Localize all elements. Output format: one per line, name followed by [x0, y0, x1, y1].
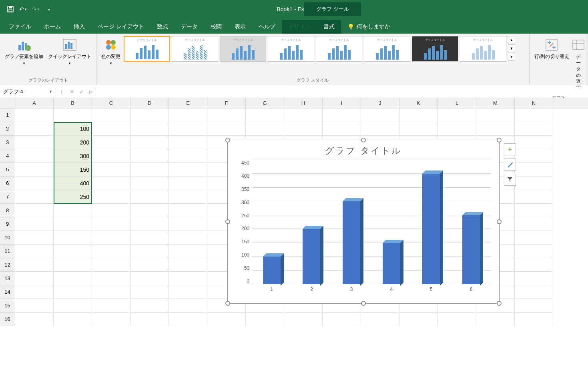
cell[interactable]	[130, 285, 169, 299]
tab-file[interactable]: ファイル	[2, 20, 38, 34]
column-header[interactable]: K	[399, 98, 438, 108]
column-header[interactable]: L	[438, 98, 476, 108]
cell[interactable]	[130, 122, 169, 136]
cell[interactable]: 400	[54, 176, 92, 190]
switch-row-col-button[interactable]: 行/列の切り替え	[533, 36, 571, 62]
cell[interactable]	[169, 245, 207, 258]
chart-styles-button[interactable]	[504, 158, 516, 170]
cell[interactable]	[15, 122, 54, 136]
cell[interactable]	[15, 149, 54, 163]
chart-style-thumb[interactable]: グラフ タイトル	[460, 36, 506, 62]
chart-style-thumb[interactable]: グラフ タイトル	[124, 36, 170, 62]
cell[interactable]	[130, 231, 169, 245]
resize-handle-bm[interactable]	[361, 301, 366, 306]
cell[interactable]	[438, 108, 476, 122]
select-all-corner[interactable]	[0, 98, 15, 108]
cell[interactable]	[15, 258, 54, 272]
cell[interactable]	[438, 122, 476, 136]
column-header[interactable]: B	[54, 98, 92, 108]
cell[interactable]	[399, 108, 438, 122]
chart-style-thumb[interactable]: グラフ タイトル	[412, 36, 458, 62]
tab-formulas[interactable]: 数式	[151, 20, 175, 34]
chart-title[interactable]: グラフ タイトル	[228, 140, 499, 160]
column-header[interactable]: H	[284, 98, 323, 108]
cell[interactable]	[361, 313, 399, 326]
cell[interactable]	[169, 108, 207, 122]
chart-style-thumb[interactable]: グラフ タイトル	[172, 36, 218, 62]
cell[interactable]	[92, 258, 130, 272]
chart-style-thumb[interactable]: グラフ タイトル	[364, 36, 410, 62]
cell[interactable]	[15, 272, 54, 285]
cell[interactable]: 200	[54, 136, 92, 149]
add-chart-element-button[interactable]: + グラフ要素を追加 ▼	[3, 36, 45, 67]
cell[interactable]	[15, 190, 54, 204]
row-header[interactable]: 7	[0, 190, 15, 204]
cell[interactable]	[92, 313, 130, 326]
cell[interactable]	[92, 163, 130, 176]
cell[interactable]	[515, 149, 553, 163]
resize-handle-bl[interactable]	[225, 301, 230, 306]
tab-home[interactable]: ホーム	[38, 20, 67, 34]
tab-data[interactable]: データ	[175, 20, 204, 34]
cell[interactable]: 250	[54, 190, 92, 204]
chart-elements-button[interactable]: +	[504, 143, 516, 155]
cell[interactable]	[54, 245, 92, 258]
tab-view[interactable]: 表示	[228, 20, 252, 34]
column-header[interactable]: F	[207, 98, 246, 108]
cell[interactable]	[130, 163, 169, 176]
cell[interactable]	[92, 204, 130, 217]
resize-handle-mr[interactable]	[497, 219, 502, 224]
cell[interactable]	[130, 299, 169, 313]
cell[interactable]	[169, 299, 207, 313]
cell[interactable]	[399, 313, 438, 326]
cell[interactable]	[54, 313, 92, 326]
cell[interactable]	[515, 313, 553, 326]
row-header[interactable]: 12	[0, 258, 15, 272]
cell[interactable]	[92, 299, 130, 313]
name-box[interactable]: グラフ 4 ▼	[0, 86, 56, 97]
bar[interactable]	[422, 174, 440, 284]
cell[interactable]	[92, 122, 130, 136]
column-header[interactable]: G	[246, 98, 284, 108]
row-header[interactable]: 14	[0, 285, 15, 299]
cell[interactable]	[130, 176, 169, 190]
cell[interactable]	[15, 136, 54, 149]
cell[interactable]	[515, 272, 553, 285]
cell[interactable]	[169, 217, 207, 231]
cell[interactable]	[169, 204, 207, 217]
cell[interactable]	[515, 204, 553, 217]
row-header[interactable]: 13	[0, 272, 15, 285]
cell[interactable]	[15, 176, 54, 190]
resize-handle-tl[interactable]	[225, 138, 230, 142]
cell[interactable]	[54, 299, 92, 313]
cell[interactable]: 300	[54, 149, 92, 163]
cell[interactable]	[515, 108, 553, 122]
cell[interactable]	[515, 122, 553, 136]
cell[interactable]	[92, 272, 130, 285]
cell[interactable]	[515, 231, 553, 245]
cell[interactable]	[399, 122, 438, 136]
cell[interactable]	[130, 245, 169, 258]
cell[interactable]	[130, 108, 169, 122]
redo-button[interactable]: ↷ ▼	[30, 4, 42, 15]
tab-help[interactable]: ヘルプ	[252, 20, 282, 34]
cell[interactable]	[361, 108, 399, 122]
bar[interactable]	[263, 257, 281, 284]
change-colors-button[interactable]: 色の変更 ▼	[100, 36, 122, 67]
cell[interactable]	[515, 217, 553, 231]
cell[interactable]	[246, 122, 284, 136]
cell[interactable]	[169, 149, 207, 163]
cell[interactable]	[169, 231, 207, 245]
bar[interactable]	[462, 215, 480, 284]
cell[interactable]	[15, 217, 54, 231]
cell[interactable]	[130, 272, 169, 285]
cell[interactable]	[323, 108, 361, 122]
tab-page-layout[interactable]: ページ レイアウト	[91, 20, 151, 34]
bar[interactable]	[383, 243, 400, 284]
column-header[interactable]: D	[130, 98, 169, 108]
cell[interactable]	[246, 313, 284, 326]
gallery-down-button[interactable]: ▼	[508, 44, 515, 52]
cell[interactable]	[169, 122, 207, 136]
cell[interactable]	[515, 299, 553, 313]
cell[interactable]	[323, 122, 361, 136]
